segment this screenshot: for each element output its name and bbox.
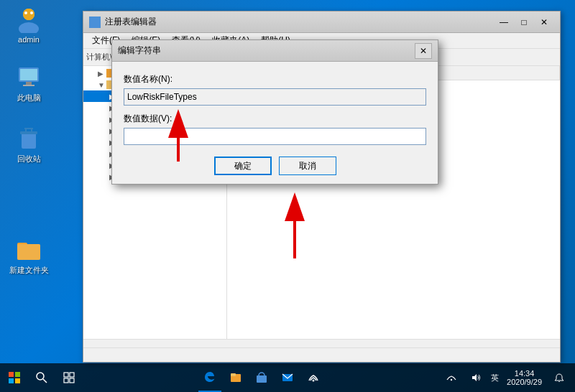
- reg-window-title: 注册表编辑器: [105, 16, 494, 28]
- tree-arrow: ▶: [98, 70, 106, 78]
- mail-taskbar-button[interactable]: [276, 363, 299, 392]
- svg-rect-10: [20, 131, 37, 134]
- tray-volume-icon[interactable]: [464, 363, 487, 392]
- search-button[interactable]: [29, 363, 55, 392]
- svg-point-1: [19, 22, 39, 33]
- desktop-icon-recycle[interactable]: 回收站: [7, 126, 50, 164]
- svg-rect-37: [257, 375, 267, 383]
- svg-rect-9: [22, 133, 36, 149]
- reg-window-icon: [89, 17, 101, 28]
- svg-rect-17: [91, 18, 94, 22]
- recycle-icon: [16, 126, 42, 151]
- desktop-icon-admin[interactable]: admin: [7, 7, 50, 44]
- desktop-icon-newfolder[interactable]: 新建文件夹: [7, 237, 50, 276]
- reg-close-button[interactable]: ✕: [534, 14, 554, 31]
- name-input[interactable]: [124, 88, 426, 106]
- svg-rect-27: [9, 378, 14, 383]
- svg-rect-36: [231, 373, 236, 376]
- name-label: 数值名称(N):: [124, 73, 426, 85]
- reg-horizontal-scrollbar[interactable]: [83, 339, 560, 347]
- dialog-close-button[interactable]: ✕: [415, 43, 432, 59]
- taskbar-clock[interactable]: 14:34 2020/9/29: [502, 369, 546, 386]
- svg-rect-34: [70, 378, 74, 383]
- computer-label: 此电脑: [17, 93, 41, 103]
- tray-language[interactable]: 英: [489, 373, 501, 383]
- svg-rect-20: [96, 23, 99, 27]
- svg-rect-25: [9, 372, 14, 377]
- desktop: admin 此电脑 回收站: [0, 0, 575, 392]
- svg-rect-26: [15, 372, 20, 377]
- svg-rect-32: [70, 373, 74, 377]
- svg-rect-8: [23, 85, 34, 86]
- reg-titlebar-buttons: — □ ✕: [494, 14, 554, 31]
- svg-rect-33: [64, 378, 68, 383]
- reg-minimize-button[interactable]: —: [494, 14, 514, 31]
- svg-point-29: [37, 373, 44, 380]
- dialog-body: 数值名称(N): 数值数据(V): 确定 取消: [112, 62, 438, 184]
- desktop-icon-computer[interactable]: 此电脑: [7, 65, 50, 103]
- system-tray: 英 14:34 2020/9/29: [440, 363, 575, 392]
- edge-taskbar-button[interactable]: [198, 363, 221, 392]
- reg-titlebar: 注册表编辑器 — □ ✕: [83, 11, 560, 33]
- dialog-title: 编辑字符串: [118, 45, 415, 57]
- svg-rect-19: [91, 23, 94, 27]
- computer-icon: [16, 65, 42, 90]
- store-taskbar-button[interactable]: [250, 363, 273, 392]
- reg-maximize-button[interactable]: □: [514, 14, 534, 31]
- admin-label: admin: [18, 35, 40, 44]
- svg-rect-6: [20, 69, 37, 80]
- dialog-buttons: 确定 取消: [124, 157, 426, 175]
- data-input[interactable]: [124, 128, 426, 145]
- svg-point-39: [313, 380, 315, 382]
- start-button[interactable]: [0, 363, 29, 392]
- newfolder-label: 新建文件夹: [9, 265, 49, 276]
- tray-notification-icon[interactable]: [548, 363, 571, 392]
- svg-point-3: [24, 11, 27, 14]
- svg-marker-41: [472, 374, 477, 381]
- tree-arrow: ▼: [98, 81, 106, 89]
- svg-point-2: [23, 9, 34, 20]
- network-taskbar-button[interactable]: [302, 363, 325, 392]
- svg-rect-7: [26, 82, 32, 85]
- svg-point-4: [30, 11, 33, 14]
- explorer-taskbar-button[interactable]: [224, 363, 247, 392]
- cancel-button[interactable]: 取消: [279, 157, 336, 175]
- data-label: 数值数据(V):: [124, 113, 426, 125]
- admin-icon: [16, 7, 42, 33]
- taskbar-apps: [83, 363, 440, 392]
- edit-string-dialog: 编辑字符串 ✕ 数值名称(N): 数值数据(V): 确定 取消: [111, 39, 438, 185]
- svg-rect-31: [64, 373, 68, 377]
- svg-rect-16: [17, 244, 40, 260]
- tray-network-icon[interactable]: [440, 363, 463, 392]
- recycle-label: 回收站: [17, 154, 41, 164]
- taskview-button[interactable]: [55, 363, 83, 392]
- taskbar: 英 14:34 2020/9/29: [0, 363, 575, 392]
- svg-rect-18: [96, 18, 99, 22]
- reg-statusbar: [83, 347, 560, 362]
- svg-rect-28: [15, 378, 20, 383]
- dialog-titlebar: 编辑字符串 ✕: [112, 40, 438, 62]
- svg-line-30: [43, 379, 47, 383]
- newfolder-icon: [16, 237, 42, 263]
- svg-point-40: [451, 379, 452, 381]
- ok-button[interactable]: 确定: [214, 157, 272, 175]
